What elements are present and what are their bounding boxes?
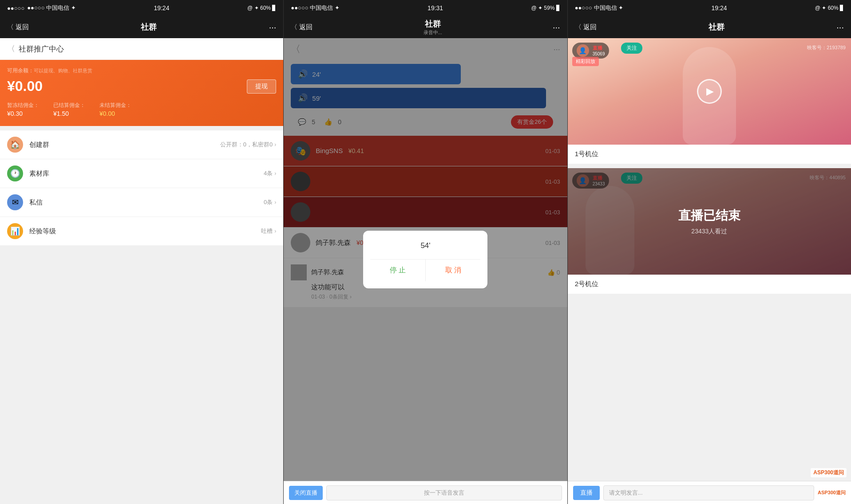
back-label-3: 返回 [583, 23, 597, 32]
comm-frozen-label: 暂冻结佣金： [7, 102, 39, 109]
reward-list: 🎭 BingSNS ¥0.41 01-03 01-03 54' 停 止 取 消 [284, 136, 567, 258]
commission-settled: 已结算佣金： ¥1.50 [53, 102, 85, 117]
more-button-2[interactable]: ··· [553, 22, 560, 32]
balance-card: 可用余额：可以提现、购物、社群悬赏 ¥0.00 提现 暂冻结佣金： ¥0.30 … [0, 60, 283, 126]
status-left-1: ●●○○○ ●●○○○ 中国电信 ✦ [7, 4, 76, 12]
menu-item-messages[interactable]: ✉ 私信 0条 › [0, 188, 283, 217]
messages-label: 私信 [29, 198, 264, 207]
messages-icon: ✉ [7, 194, 23, 210]
panel-2: ●●○○○ 中国电信 ✦ 19:31 @ ✦ 59% ▊ 〈 返回 社群 录音中… [284, 0, 567, 504]
materials-label: 素材库 [29, 169, 264, 178]
p3-content: 👤 直播 35069 关注 映客号：2193789 精彩回放 1号机位 [568, 38, 851, 481]
status-bar-2: ●●○○○ 中国电信 ✦ 19:31 @ ✦ 59% ▊ [284, 0, 567, 16]
status-bar-3: ●●○○○ 中国电信 ✦ 19:24 @ ✦ 60% ▊ [568, 0, 851, 16]
ended-sub-2: 23433人看过 [691, 228, 727, 236]
withdraw-button[interactable]: 提现 [247, 79, 276, 94]
battery-1: @ ✦ 60% ▊ [247, 5, 276, 11]
stop-button[interactable]: 停 止 [370, 260, 426, 281]
panel-1: ●●○○○ ●●○○○ 中国电信 ✦ 19:24 @ ✦ 60% ▊ 〈 返回 … [0, 0, 284, 504]
cancel-button[interactable]: 取 消 [426, 260, 481, 281]
nav-bar-2: 〈 返回 社群 录音中... ··· [284, 16, 567, 38]
status-bar-1: ●●○○○ ●●○○○ 中国电信 ✦ 19:24 @ ✦ 60% ▊ [0, 0, 283, 16]
comm-unsettled-label: 未结算佣金： [99, 102, 131, 109]
comm-frozen-value: ¥0.30 [7, 110, 39, 117]
voice-input-button[interactable]: 按一下语音发言 [326, 485, 562, 500]
live-card-1: 👤 直播 35069 关注 映客号：2193789 精彩回放 1号机位 [568, 38, 851, 164]
back-button-2[interactable]: 〈 返回 [291, 23, 313, 32]
nav-subtitle-2: 录音中... [424, 29, 442, 36]
p1-content: 〈 社群推广中心 可用余额：可以提现、购物、社群悬赏 ¥0.00 提现 暂冻结佣… [0, 38, 283, 504]
back-button-3[interactable]: 〈 返回 [575, 23, 597, 32]
nav-title-group-2: 社群 录音中... [424, 19, 442, 36]
commission-unsettled: 未结算佣金： ¥0.00 [99, 102, 131, 117]
live-video-1[interactable]: 👤 直播 35069 关注 映客号：2193789 精彩回放 [568, 38, 851, 145]
back-button-1[interactable]: 〈 返回 [7, 23, 29, 32]
create-group-right: 公开群：0，私密群0 › [220, 141, 276, 149]
live-label-1: 直播 [593, 45, 602, 51]
status-left-2: ●●○○○ 中国电信 ✦ [291, 4, 339, 12]
level-icon: 📊 [7, 223, 23, 239]
live-badge-1: 👤 直播 35069 [572, 43, 610, 59]
modal-buttons: 停 止 取 消 [370, 259, 480, 281]
panel-3: ●●○○○ 中国电信 ✦ 19:24 @ ✦ 60% ▊ 〈 返回 社群 ··· [568, 0, 851, 504]
follow-button-1[interactable]: 关注 [621, 43, 642, 54]
nav-bar-1: 〈 返回 社群 ··· [0, 16, 283, 38]
commission-frozen: 暂冻结佣金： ¥0.30 [7, 102, 39, 117]
chat-bottom-bar: 关闭直播 按一下语音发言 [284, 481, 567, 504]
balance-row: ¥0.00 提现 [7, 78, 276, 94]
live-video-2[interactable]: 👤 直播 23433 关注 映客号：440895 直播已结束 23433人看过 [568, 168, 851, 275]
ended-overlay-2: 直播已结束 23433人看过 [568, 168, 851, 275]
section-header: 〈 社群推广中心 [0, 38, 283, 60]
modal-overlay[interactable]: 54' 停 止 取 消 [284, 38, 567, 481]
close-live-button[interactable]: 关闭直播 [289, 486, 323, 500]
time-3: 19:24 [711, 4, 727, 12]
ended-title-2: 直播已结束 [678, 207, 740, 224]
menu-list: 🏠 创建群 公开群：0，私密群0 › 🕐 素材库 4条 › ✉ 私信 0条 › … [0, 130, 283, 246]
more-button-3[interactable]: ··· [836, 22, 844, 32]
back-arrow-1: 〈 [7, 23, 14, 32]
materials-icon: 🕐 [7, 165, 23, 181]
back-label-1: 返回 [16, 23, 29, 32]
viewer-count-1: 35069 [593, 51, 605, 56]
more-button-1[interactable]: ··· [269, 22, 277, 32]
comm-settled-label: 已结算佣金： [53, 102, 85, 109]
back-label-2: 返回 [299, 23, 313, 32]
section-title: 社群推广中心 [19, 44, 64, 54]
live-card-label-2: 2号机位 [568, 275, 851, 294]
menu-item-level[interactable]: 📊 经验等级 吐槽 › [0, 217, 283, 246]
live-button[interactable]: 直播 [573, 486, 600, 500]
modal-dialog: 54' 停 止 取 消 [363, 231, 487, 288]
commission-row: 暂冻结佣金： ¥0.30 已结算佣金： ¥1.50 未结算佣金： ¥0.00 [7, 102, 276, 117]
messages-right: 0条 › [264, 198, 276, 206]
battery-2: @ ✦ 59% ▊ [531, 5, 560, 11]
watermark: ASP300道问 [811, 468, 847, 477]
nav-title-2: 社群 [425, 19, 441, 29]
back-arrow-3: 〈 [575, 23, 582, 32]
signal-dots-1: ●●○○○ [7, 5, 24, 12]
modal-time: 54' [370, 241, 480, 250]
level-label: 经验等级 [29, 227, 261, 236]
p2-content: 〈 ··· 🔊 24' 🔊 59' 💬 5 👍 0 有赏金26个 🎭 BingS… [284, 38, 567, 481]
nav-bar-3: 〈 返回 社群 ··· [568, 16, 851, 38]
balance-amount: ¥0.00 [7, 78, 43, 94]
carrier-1: ●●○○○ 中国电信 ✦ [27, 4, 75, 12]
p3-bottom-bar: 直播 请文明发言... ASP300道问 [568, 481, 851, 504]
time-1: 19:24 [154, 4, 169, 12]
battery-3: @ ✦ 60% ▊ [815, 5, 844, 11]
back-arrow-2: 〈 [291, 23, 297, 32]
balance-label: 可用余额：可以提现、购物、社群悬赏 [7, 67, 276, 75]
viewer-id-1: 映客号：2193789 [807, 44, 846, 51]
materials-right: 4条 › [264, 169, 276, 177]
streamer-avatar-1: 👤 [577, 44, 589, 57]
status-left-3: ●●○○○ 中国电信 ✦ [575, 4, 623, 12]
nav-title-3: 社群 [709, 22, 724, 32]
level-right: 吐槽 › [261, 227, 276, 235]
live-card-2: 👤 直播 23433 关注 映客号：440895 直播已结束 23433人看过 … [568, 168, 851, 294]
play-button-1[interactable] [697, 79, 722, 104]
menu-item-materials[interactable]: 🕐 素材库 4条 › [0, 159, 283, 188]
menu-item-create-group[interactable]: 🏠 创建群 公开群：0，私密群0 › [0, 130, 283, 159]
create-group-icon: 🏠 [7, 137, 23, 153]
comment-input[interactable]: 请文明发言... [603, 485, 814, 500]
section-back-icon[interactable]: 〈 [7, 43, 15, 54]
comm-settled-value: ¥1.50 [53, 110, 85, 117]
